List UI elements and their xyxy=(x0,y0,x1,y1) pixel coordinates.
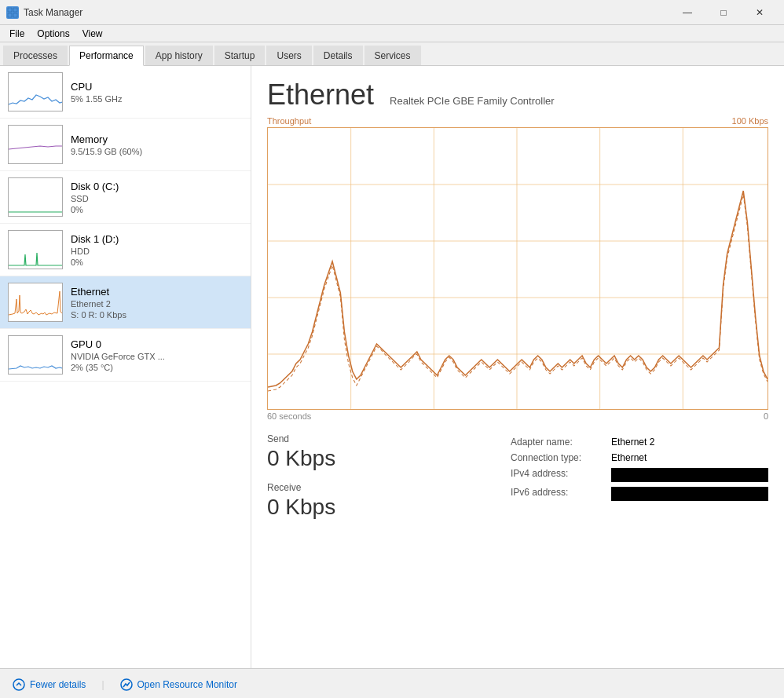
memory-info: Memory 9.5/15.9 GB (60%) xyxy=(71,133,243,156)
maximize-button[interactable]: □ xyxy=(705,0,742,25)
connection-type-value: Ethernet xyxy=(611,452,647,463)
svg-rect-6 xyxy=(9,178,62,216)
tab-users[interactable]: Users xyxy=(266,46,311,65)
close-button[interactable]: ✕ xyxy=(742,0,778,25)
stat-col-left: Send 0 Kbps Receive 0 Kbps xyxy=(267,433,479,531)
receive-stat: Receive 0 Kbps xyxy=(267,482,479,520)
disk1-info: Disk 1 (D:) HDD 0% xyxy=(71,233,243,267)
send-value: 0 Kbps xyxy=(267,446,479,471)
throughput-label: Throughput xyxy=(267,116,311,126)
time-label: 60 seconds xyxy=(267,411,311,421)
cpu-stats: 5% 1.55 GHz xyxy=(71,94,243,104)
main-content: CPU 5% 1.55 GHz Memory 9.5/15.9 GB (60%) xyxy=(0,66,784,668)
fewer-details-icon xyxy=(13,678,25,691)
receive-label: Receive xyxy=(267,482,479,493)
fewer-details-button[interactable]: Fewer details xyxy=(13,678,86,691)
disk1-stats: 0% xyxy=(71,258,243,267)
ipv6-label: IPv6 address: xyxy=(511,487,605,501)
chart-labels-bottom: 60 seconds 0 xyxy=(267,411,768,421)
svg-rect-3 xyxy=(13,13,17,17)
sidebar-item-memory[interactable]: Memory 9.5/15.9 GB (60%) xyxy=(0,119,251,171)
open-resource-monitor-label: Open Resource Monitor xyxy=(137,679,237,690)
bottom-bar: Fewer details | Open Resource Monitor xyxy=(0,668,784,698)
menu-file[interactable]: File xyxy=(3,27,31,41)
svg-point-19 xyxy=(13,679,24,690)
adapter-name-row: Adapter name: Ethernet 2 xyxy=(511,437,768,448)
resource-monitor-icon xyxy=(120,678,133,691)
disk1-thumb xyxy=(8,230,63,269)
tab-startup[interactable]: Startup xyxy=(214,46,266,65)
memory-label: Memory xyxy=(71,133,243,145)
gpu-name: NVIDIA GeForce GTX ... xyxy=(71,352,243,361)
open-resource-monitor-button[interactable]: Open Resource Monitor xyxy=(120,678,237,691)
tab-details[interactable]: Details xyxy=(313,46,363,65)
disk0-label: Disk 0 (C:) xyxy=(71,181,243,192)
ipv4-label: IPv4 address: xyxy=(511,468,605,482)
ethernet-label: Ethernet xyxy=(71,286,243,298)
bottom-divider: | xyxy=(101,679,104,690)
tab-services[interactable]: Services xyxy=(365,46,421,65)
fewer-details-label: Fewer details xyxy=(30,679,86,690)
sidebar-item-cpu[interactable]: CPU 5% 1.55 GHz xyxy=(0,66,251,119)
sidebar-item-disk0[interactable]: Disk 0 (C:) SSD 0% xyxy=(0,171,251,224)
menu-view[interactable]: View xyxy=(76,27,109,41)
sidebar-item-ethernet[interactable]: Ethernet Ethernet 2 S: 0 R: 0 Kbps xyxy=(0,276,251,329)
ethernet-info: Ethernet Ethernet 2 S: 0 R: 0 Kbps xyxy=(71,286,243,320)
panel-subtitle: Realtek PCIe GBE Family Controller xyxy=(390,95,555,107)
window-title: Task Manager xyxy=(24,7,82,18)
stats-grid: Send 0 Kbps Receive 0 Kbps Adapter name:… xyxy=(267,433,768,531)
connection-type-row: Connection type: Ethernet xyxy=(511,452,768,463)
ethernet-adapter: Ethernet 2 xyxy=(71,299,243,309)
tab-performance[interactable]: Performance xyxy=(69,46,144,66)
svg-rect-1 xyxy=(13,8,17,12)
title-bar: Task Manager — □ ✕ xyxy=(0,0,784,25)
menu-bar: File Options View xyxy=(0,25,784,42)
send-label: Send xyxy=(267,433,479,444)
right-panel: Ethernet Realtek PCIe GBE Family Control… xyxy=(251,66,784,668)
receive-value: 0 Kbps xyxy=(267,495,479,520)
sidebar-item-gpu[interactable]: GPU 0 NVIDIA GeForce GTX ... 2% (35 °C) xyxy=(0,329,251,382)
disk1-label: Disk 1 (D:) xyxy=(71,233,243,245)
cpu-thumb xyxy=(8,72,63,111)
memory-thumb xyxy=(8,125,63,164)
max-label: 100 Kbps xyxy=(732,116,768,126)
menu-options[interactable]: Options xyxy=(31,27,75,41)
gpu-label: GPU 0 xyxy=(71,338,243,350)
adapter-name-label: Adapter name: xyxy=(511,437,605,448)
title-bar-left: Task Manager xyxy=(6,6,82,19)
sidebar-item-disk1[interactable]: Disk 1 (D:) HDD 0% xyxy=(0,224,251,276)
minimize-button[interactable]: — xyxy=(669,0,705,25)
svg-rect-7 xyxy=(9,231,62,269)
app-icon xyxy=(6,6,19,19)
panel-title: Ethernet xyxy=(267,79,374,111)
svg-rect-5 xyxy=(9,126,62,163)
adapter-name-value: Ethernet 2 xyxy=(611,437,654,448)
tab-processes[interactable]: Processes xyxy=(3,46,68,65)
disk1-type: HDD xyxy=(71,247,243,256)
disk0-info: Disk 0 (C:) SSD 0% xyxy=(71,181,243,214)
panel-header: Ethernet Realtek PCIe GBE Family Control… xyxy=(267,79,768,111)
svg-rect-0 xyxy=(8,8,12,12)
cpu-label: CPU xyxy=(71,81,243,93)
ipv4-row: IPv4 address: xyxy=(511,468,768,482)
ipv6-value xyxy=(611,487,768,501)
chart-box xyxy=(267,127,768,410)
sidebar: CPU 5% 1.55 GHz Memory 9.5/15.9 GB (60%) xyxy=(0,66,251,668)
svg-rect-4 xyxy=(9,73,62,111)
svg-rect-2 xyxy=(8,13,12,17)
ipv6-row: IPv6 address: xyxy=(511,487,768,501)
gpu-info: GPU 0 NVIDIA GeForce GTX ... 2% (35 °C) xyxy=(71,338,243,372)
ethernet-stats: S: 0 R: 0 Kbps xyxy=(71,310,243,320)
cpu-info: CPU 5% 1.55 GHz xyxy=(71,81,243,104)
send-stat: Send 0 Kbps xyxy=(267,433,479,471)
info-grid: Adapter name: Ethernet 2 Connection type… xyxy=(511,433,768,531)
chart-container: Throughput 100 Kbps xyxy=(267,116,768,421)
disk0-thumb xyxy=(8,177,63,217)
zero-label: 0 xyxy=(764,411,768,421)
chart-labels-top: Throughput 100 Kbps xyxy=(267,116,768,126)
tabs-bar: Processes Performance App history Startu… xyxy=(0,42,784,66)
tab-app-history[interactable]: App history xyxy=(145,46,213,65)
gpu-thumb xyxy=(8,335,63,375)
window-controls: — □ ✕ xyxy=(669,0,778,25)
ethernet-thumb xyxy=(8,283,63,322)
